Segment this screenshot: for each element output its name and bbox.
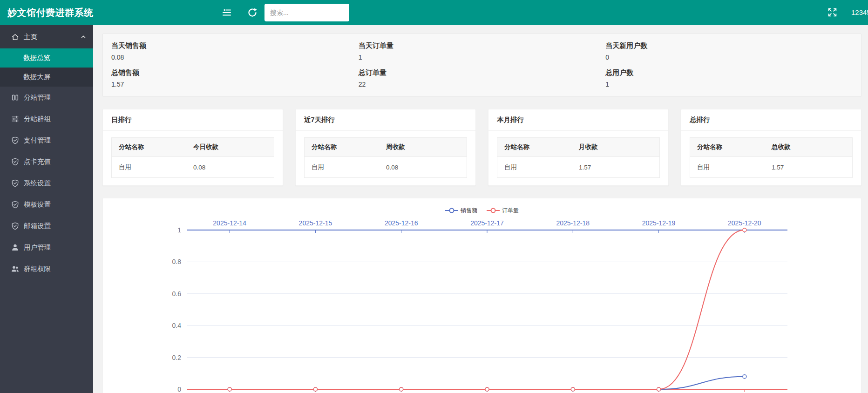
column-header: 周收款	[379, 138, 467, 157]
ranking-card-title: 日排行	[103, 109, 283, 131]
stat-value: 1	[605, 81, 853, 88]
sidebar-item-label: 邮箱设置	[24, 222, 51, 230]
stat-value: 1.57	[111, 81, 359, 88]
stat-today-sales: 当天销售额 0.08	[111, 41, 359, 61]
columns-icon	[11, 94, 19, 102]
ranking-cards-row: 日排行 分站名称 今日收款 自用 0.08 近7天排行	[102, 109, 861, 186]
cell-site-name: 自用	[690, 157, 765, 178]
sidebar-item-label: 主页	[24, 33, 37, 41]
column-header: 分站名称	[305, 138, 380, 157]
sidebar-item-label: 群组权限	[24, 264, 51, 273]
ranking-table: 分站名称 月收款 自用 1.57	[497, 137, 660, 178]
sidebar-item-data-overview[interactable]: 数据总览	[0, 48, 93, 68]
legend-item-1[interactable]: 订单量	[487, 207, 519, 215]
sidebar-item-group-permissions[interactable]: 群组权限	[0, 258, 93, 279]
stat-label: 当天订单量	[359, 41, 606, 50]
sidebar-item-template-settings[interactable]: 模板设置	[0, 194, 93, 215]
stat-total-sales: 总销售额 1.57	[111, 68, 359, 88]
stat-label: 当天新用户数	[605, 41, 853, 50]
sidebar-item-payment-manage[interactable]: 支付管理	[0, 129, 93, 151]
refresh-icon[interactable]	[247, 7, 258, 18]
ranking-card-month: 本月排行 分站名称 月收款 自用 1.57	[488, 109, 669, 186]
table-row: 自用 0.08	[305, 157, 467, 178]
y-axis-labels: 00.20.40.60.81	[172, 226, 182, 393]
column-header: 总收款	[765, 138, 852, 157]
chart-gridlines	[187, 262, 787, 357]
ranking-card-title: 总排行	[681, 109, 861, 131]
top-header: 妙文馆付费进群系统 12345	[0, 0, 868, 25]
x-axis-label: 2025-12-20	[728, 219, 761, 227]
sidebar-item-label: 系统设置	[24, 179, 51, 188]
fullscreen-icon[interactable]	[827, 7, 837, 17]
sidebar-item-substation-groups[interactable]: 分站群组	[0, 108, 93, 129]
column-header: 分站名称	[690, 138, 765, 157]
stat-label: 总用户数	[605, 68, 853, 77]
collapse-menu-icon[interactable]	[221, 7, 232, 18]
sidebar-item-label: 支付管理	[24, 136, 51, 145]
stat-value: 0.08	[111, 54, 359, 61]
sidebar-item-system-settings[interactable]: 系统设置	[0, 172, 93, 194]
cell-site-name: 自用	[497, 157, 572, 178]
x-axis-label: 2025-12-16	[385, 219, 418, 227]
sidebar-item-card-recharge[interactable]: 点卡充值	[0, 151, 93, 172]
table-row: 自用 1.57	[497, 157, 660, 178]
user-icon	[11, 244, 19, 251]
column-header: 月收款	[572, 138, 659, 157]
sidebar-item-label: 数据大屏	[23, 73, 50, 81]
legend-item-0[interactable]: 销售额	[445, 207, 477, 215]
sales-orders-chart[interactable]: 00.20.40.60.812025-12-142025-12-152025-1…	[103, 216, 862, 393]
svg-text:1: 1	[177, 226, 181, 234]
column-header: 今日收款	[186, 138, 274, 157]
svg-text:0.8: 0.8	[172, 258, 182, 265]
x-axis-label: 2025-12-17	[470, 219, 504, 227]
stat-value: 0	[605, 54, 853, 61]
cell-site-name: 自用	[112, 157, 187, 178]
sidebar-item-label: 分站群组	[24, 115, 51, 123]
app-title: 妙文馆付费进群系统	[7, 0, 94, 25]
users-icon	[11, 265, 19, 273]
svg-text:0.2: 0.2	[172, 354, 182, 361]
ranking-table: 分站名称 总收款 自用 1.57	[690, 137, 853, 178]
cell-amount: 0.08	[379, 157, 467, 178]
sliders-icon	[11, 115, 19, 123]
stat-value: 1	[359, 54, 606, 61]
stat-label: 总订单量	[359, 68, 606, 77]
sales-orders-chart-card: 销售额订单量 00.20.40.60.812025-12-142025-12-1…	[102, 198, 861, 393]
shield-check-icon	[11, 222, 19, 230]
shield-check-icon	[11, 136, 19, 144]
stat-today-new-users: 当天新用户数 0	[605, 41, 853, 61]
sidebar-item-label: 用户管理	[24, 243, 51, 252]
stat-label: 当天销售额	[111, 41, 359, 50]
shield-check-icon	[11, 179, 19, 187]
stat-total-orders: 总订单量 22	[359, 68, 606, 88]
sidebar-item-label: 模板设置	[24, 200, 51, 209]
column-header: 分站名称	[497, 138, 572, 157]
ranking-card-title: 近7天排行	[296, 109, 475, 131]
sidebar-item-home[interactable]: 主页	[0, 25, 93, 48]
sidebar-item-email-settings[interactable]: 邮箱设置	[0, 215, 93, 237]
x-axis-label: 2025-12-14	[213, 219, 246, 227]
sidebar-item-substation-manage[interactable]: 分站管理	[0, 87, 93, 108]
ranking-card-7days: 近7天排行 分站名称 周收款 自用 0.08	[295, 109, 476, 186]
stat-label: 总销售额	[111, 68, 359, 77]
cell-site-name: 自用	[305, 157, 380, 178]
column-header: 分站名称	[112, 138, 187, 157]
legend-label: 订单量	[502, 207, 519, 215]
chevron-up-icon	[80, 34, 87, 40]
stat-today-orders: 当天订单量 1	[359, 41, 606, 61]
x-axis-label: 2025-12-18	[556, 219, 590, 227]
sidebar-item-data-screen[interactable]: 数据大屏	[0, 68, 93, 87]
svg-text:0.4: 0.4	[172, 322, 182, 329]
x-axis-label: 2025-12-19	[642, 219, 676, 227]
x-axis-label: 2025-12-15	[299, 219, 332, 227]
home-icon	[11, 33, 19, 41]
sidebar-item-user-manage[interactable]: 用户管理	[0, 237, 93, 258]
ranking-table: 分站名称 周收款 自用 0.08	[304, 137, 467, 178]
x-axis-top: 2025-12-142025-12-152025-12-162025-12-17…	[187, 219, 787, 233]
ranking-card-title: 本月排行	[488, 109, 668, 131]
legend-label: 销售额	[461, 207, 477, 215]
chart-legend: 销售额订单量	[103, 205, 861, 216]
username[interactable]: 12345	[851, 0, 868, 25]
stat-value: 22	[359, 81, 606, 88]
search-input[interactable]	[264, 4, 349, 21]
